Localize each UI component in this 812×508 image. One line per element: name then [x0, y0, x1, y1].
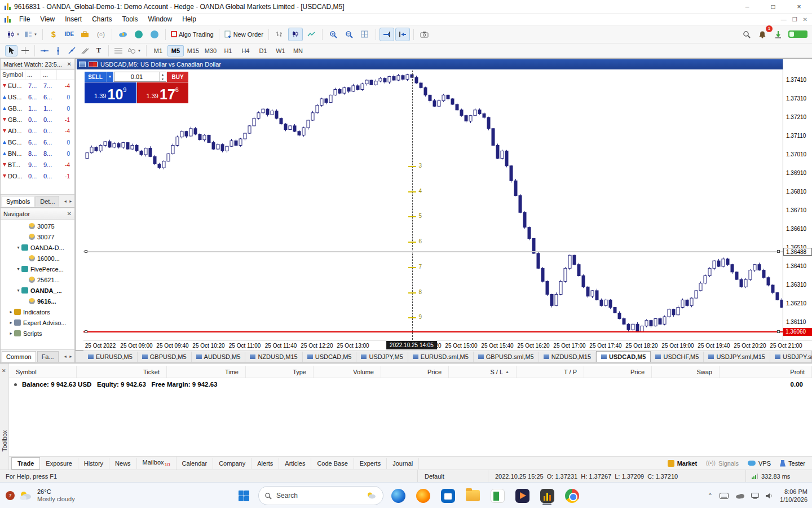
- crosshair-tool-icon[interactable]: [19, 45, 31, 56]
- chart-tab[interactable]: USDJPY,M5: [356, 352, 408, 362]
- close-button[interactable]: ×: [786, 0, 812, 14]
- store-icon[interactable]: [438, 485, 458, 506]
- toolbox-tab-journal[interactable]: Journal: [387, 458, 419, 469]
- signals-shortcut[interactable]: ((•))Signals: [706, 460, 739, 467]
- navigator-item[interactable]: ▸Scripts: [1, 328, 74, 339]
- chart-shift-icon[interactable]: [395, 28, 410, 41]
- broadcast-icon[interactable]: (○): [94, 28, 108, 41]
- navigator-item[interactable]: ▾OANDA_...: [1, 285, 74, 296]
- market-watch-row[interactable]: GB...0...0...-1: [1, 114, 74, 125]
- tab-details[interactable]: Det...: [36, 196, 59, 207]
- timeframe-m30[interactable]: M30: [202, 45, 219, 56]
- community-icon[interactable]: [131, 28, 146, 41]
- timeframe-d1[interactable]: D1: [255, 45, 271, 56]
- red-hline-handle[interactable]: [777, 330, 780, 333]
- tree-expand-icon[interactable]: ▾: [15, 288, 21, 293]
- chart-tab[interactable]: USDJPY.sml,M15: [704, 352, 770, 362]
- timeframe-w1[interactable]: W1: [272, 45, 289, 56]
- market-watch-row[interactable]: AD...0...0...-4: [1, 125, 74, 137]
- chart-tab[interactable]: GBPUSD.sml,M5: [474, 352, 539, 362]
- tray-speaker-icon[interactable]: [766, 493, 773, 499]
- vline-tool-icon[interactable]: [52, 45, 64, 56]
- line-chart-mode-icon[interactable]: [304, 28, 319, 41]
- download-status-icon[interactable]: [771, 28, 785, 41]
- timeframe-h1[interactable]: H1: [220, 45, 236, 56]
- chart-tab[interactable]: USDJPY.sml,M5: [770, 352, 812, 362]
- cloud-icon[interactable]: [116, 28, 130, 41]
- toolbox-tab-news[interactable]: News: [109, 458, 137, 469]
- tester-shortcut[interactable]: Tester: [780, 460, 805, 467]
- toolbox-tab-trade[interactable]: Trade: [11, 457, 40, 470]
- candlestick-mode-icon[interactable]: [288, 28, 303, 41]
- nav-tabs-scroll-left-icon[interactable]: ◄: [63, 354, 67, 358]
- file-explorer-icon[interactable]: [462, 485, 483, 506]
- cursor-tool-icon[interactable]: [5, 45, 17, 56]
- chart-tab[interactable]: EURUSD.sml,M5: [408, 352, 474, 362]
- market-watch-close-icon[interactable]: ✕: [67, 61, 72, 67]
- toolbox-tab-code-base[interactable]: Code Base: [311, 458, 354, 469]
- sell-dropdown-icon[interactable]: ▼: [106, 72, 113, 82]
- zoom-out-icon[interactable]: [342, 28, 356, 41]
- weather-widget[interactable]: 7 26°CMostly cloudy: [1, 485, 80, 506]
- buy-quote[interactable]: 1.39 17 6: [137, 82, 189, 103]
- chart-tab[interactable]: NZDUSD,M15: [245, 352, 302, 362]
- timeframe-m15[interactable]: M15: [185, 45, 201, 56]
- toolbox-close-icon[interactable]: ✕: [2, 368, 6, 374]
- web-icon[interactable]: [147, 28, 162, 41]
- chart-minimize-icon[interactable]: —: [781, 16, 787, 23]
- trade-column-price[interactable]: Price: [584, 366, 652, 378]
- price-hline[interactable]: [83, 251, 783, 252]
- text-tool-icon[interactable]: T: [92, 45, 105, 56]
- chart-plot-area[interactable]: 0.03456789: [83, 59, 783, 340]
- toolbox-tab-exposure[interactable]: Exposure: [40, 458, 78, 469]
- navigator-item[interactable]: ▾FivePerce...: [1, 264, 74, 274]
- minimize-button[interactable]: –: [734, 0, 760, 14]
- status-profile[interactable]: Default: [417, 470, 488, 482]
- tree-expand-icon[interactable]: ▾: [15, 266, 21, 271]
- trade-column-ticket[interactable]: Ticket: [77, 366, 167, 378]
- timeframe-h4[interactable]: H4: [237, 45, 254, 56]
- trade-column-symbol[interactable]: Symbol: [9, 366, 77, 378]
- tabs-scroll-right-icon[interactable]: ►: [69, 199, 73, 203]
- trade-column-volume[interactable]: Volume: [314, 366, 381, 378]
- bar-chart-mode-icon[interactable]: [272, 28, 287, 41]
- navigator-item[interactable]: 30075: [1, 221, 74, 231]
- tabs-scroll-left-icon[interactable]: ◄: [63, 199, 67, 203]
- menu-view[interactable]: View: [35, 14, 60, 24]
- search-icon[interactable]: [739, 28, 754, 41]
- chart-title-bar[interactable]: USDCAD,M5: US Dollar vs Canadian Dollar: [77, 59, 783, 69]
- menu-tools[interactable]: Tools: [117, 14, 143, 24]
- tree-expand-icon[interactable]: ▸: [8, 309, 14, 314]
- toolbox-tab-history[interactable]: History: [78, 458, 109, 469]
- trade-column-sl[interactable]: S / L▲: [449, 366, 517, 378]
- status-latency[interactable]: 332.83 ms: [745, 470, 812, 482]
- chart-tab[interactable]: USDCAD,M5: [596, 351, 651, 362]
- menu-insert[interactable]: Insert: [60, 14, 87, 24]
- menu-charts[interactable]: Charts: [87, 14, 117, 24]
- tray-clock[interactable]: 8:06 PM 1/10/2026: [780, 488, 807, 503]
- trade-column-time[interactable]: Time: [167, 366, 246, 378]
- zoom-in-icon[interactable]: [326, 28, 341, 41]
- lot-size-value[interactable]: 0.01: [114, 72, 159, 81]
- start-button[interactable]: [233, 485, 254, 506]
- chart-tab[interactable]: EURUSD,M5: [83, 352, 138, 362]
- firefox-icon[interactable]: [413, 485, 433, 506]
- new-order-button[interactable]: New Order: [223, 28, 265, 41]
- market-watch-row[interactable]: BC...6...6...0: [1, 137, 74, 148]
- menu-window[interactable]: Window: [143, 14, 178, 24]
- tree-expand-icon[interactable]: ▸: [8, 320, 14, 325]
- notifications-icon[interactable]: 1: [755, 28, 770, 41]
- tree-expand-icon[interactable]: ▾: [15, 245, 21, 250]
- market-watch-row[interactable]: EU...7...7...-4: [1, 80, 74, 91]
- trade-column-price[interactable]: Price: [381, 366, 449, 378]
- chrome-icon[interactable]: [562, 485, 582, 506]
- chart-tab[interactable]: NZDUSD,M15: [539, 352, 596, 362]
- vps-shortcut[interactable]: VPS: [748, 460, 771, 467]
- buy-button[interactable]: BUY: [167, 72, 188, 82]
- auto-scroll-icon[interactable]: [379, 28, 394, 41]
- screenshot-icon[interactable]: [417, 28, 432, 41]
- tab-symbols[interactable]: Symbols: [2, 196, 34, 207]
- trade-column-profit[interactable]: Profit: [720, 366, 812, 378]
- market-watch-row[interactable]: GB...1...1...0: [1, 103, 74, 114]
- tab-favorites[interactable]: Fa...: [37, 351, 59, 362]
